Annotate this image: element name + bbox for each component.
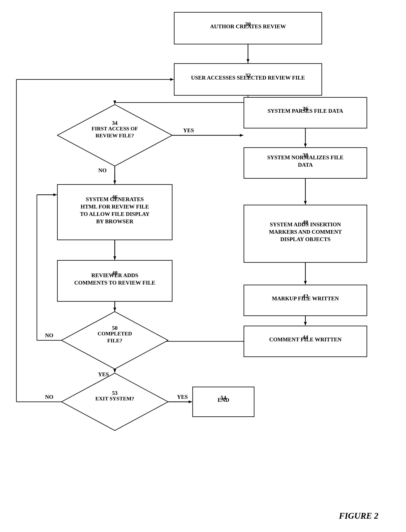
svg-marker-88 xyxy=(113,369,116,372)
svg-marker-67 xyxy=(113,256,116,260)
svg-text:SYSTEM NORMALIZES FILE: SYSTEM NORMALIZES FILE xyxy=(267,154,343,160)
svg-text:SYSTEM PARSES FILE DATA: SYSTEM PARSES FILE DATA xyxy=(268,108,343,114)
svg-text:DATA: DATA xyxy=(298,162,313,168)
svg-text:COMMENT FILE WRITTEN: COMMENT FILE WRITTEN xyxy=(269,336,342,343)
svg-text:BY BROWSER: BY BROWSER xyxy=(96,218,133,225)
svg-text:FIRST ACCESS OF: FIRST ACCESS OF xyxy=(92,126,138,132)
svg-text:50: 50 xyxy=(112,325,118,331)
svg-text:COMMENTS TO REVIEW FILE: COMMENTS TO REVIEW FILE xyxy=(74,280,155,286)
svg-text:USER ACCESSES SELECTED REVIEW : USER ACCESSES SELECTED REVIEW FILE xyxy=(191,75,305,81)
svg-text:53: 53 xyxy=(112,390,118,396)
svg-text:34: 34 xyxy=(112,120,118,126)
svg-text:FILE?: FILE? xyxy=(107,338,122,344)
svg-text:NO: NO xyxy=(45,394,53,400)
svg-text:SYSTEM GENERATES: SYSTEM GENERATES xyxy=(86,196,144,202)
figure-label: FIGURE 2 xyxy=(339,511,378,521)
svg-text:AUTHOR CREATES REVIEW: AUTHOR CREATES REVIEW xyxy=(210,23,286,29)
svg-text:HTML FOR REVIEW FILE: HTML FOR REVIEW FILE xyxy=(80,204,149,210)
svg-text:SYSTEM ADDS INSERTION: SYSTEM ADDS INSERTION xyxy=(270,221,341,227)
svg-marker-84 xyxy=(53,193,57,196)
svg-text:END: END xyxy=(218,397,229,403)
svg-text:EXIT SYSTEM?: EXIT SYSTEM? xyxy=(95,396,134,402)
svg-text:MARKUP FILE WRITTEN: MARKUP FILE WRITTEN xyxy=(272,295,339,302)
svg-text:YES: YES xyxy=(183,127,194,133)
svg-text:REVIEW FILE?: REVIEW FILE? xyxy=(95,133,134,138)
svg-marker-38 xyxy=(304,201,307,204)
svg-marker-104 xyxy=(170,78,174,81)
svg-marker-52 xyxy=(304,322,307,325)
svg-text:TO ALLOW FILE DISPLAY: TO ALLOW FILE DISPLAY xyxy=(80,211,149,217)
svg-text:REVIEWER ADDS: REVIEWER ADDS xyxy=(91,272,138,278)
svg-text:NO: NO xyxy=(45,332,53,338)
svg-marker-31 xyxy=(304,144,307,147)
svg-text:NO: NO xyxy=(98,167,107,174)
svg-text:YES: YES xyxy=(177,394,188,400)
svg-text:DISPLAY OBJECTS: DISPLAY OBJECTS xyxy=(280,236,331,242)
svg-marker-89 xyxy=(61,373,168,430)
svg-text:YES: YES xyxy=(98,371,109,377)
svg-marker-21 xyxy=(240,134,243,137)
svg-marker-95 xyxy=(188,400,192,403)
svg-text:COMPLETED: COMPLETED xyxy=(98,331,132,337)
svg-marker-74 xyxy=(113,307,116,311)
svg-marker-46 xyxy=(304,281,307,284)
svg-text:MARKERS AND COMMENT: MARKERS AND COMMENT xyxy=(269,229,342,235)
svg-marker-5 xyxy=(246,59,249,63)
